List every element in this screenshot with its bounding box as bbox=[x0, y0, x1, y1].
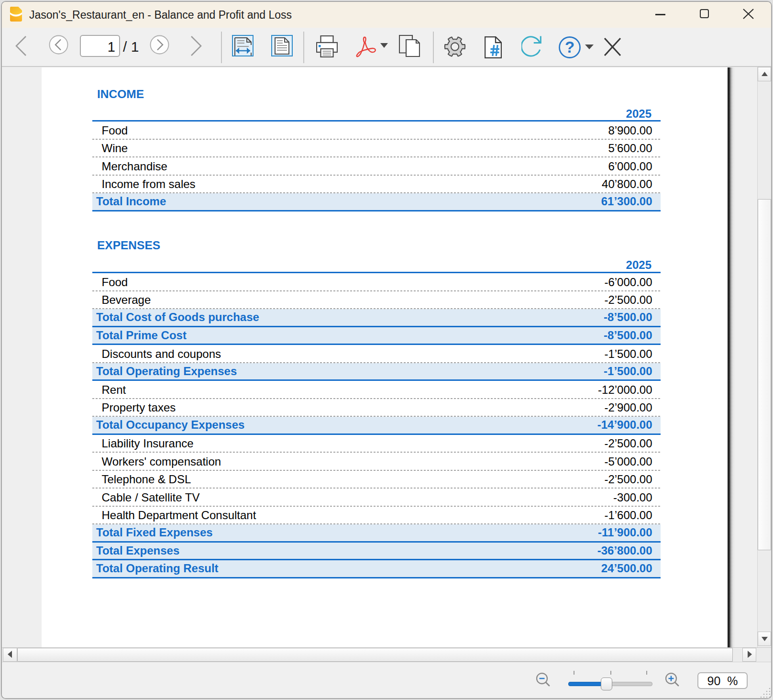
svg-text:?: ? bbox=[565, 38, 574, 56]
